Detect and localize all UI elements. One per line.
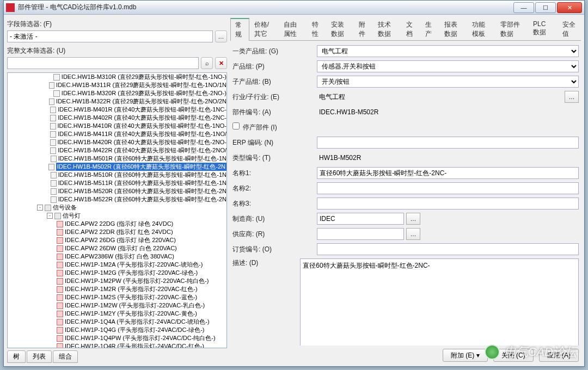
desc-textarea[interactable] (300, 258, 579, 346)
bottom-tab[interactable]: 组合 (53, 350, 78, 363)
fulltext-filter-label: 完整文本筛选器: (U) (7, 46, 227, 55)
detail-tab[interactable]: 自由属性 (279, 18, 307, 40)
tree-node[interactable]: IDEC.APW2 22DR (指示灯 红色 24VDC) (8, 228, 226, 236)
fulltext-filter-input[interactable] (7, 57, 199, 69)
tree-node[interactable]: IDEC.HW1B-M511R (直径60特大蘑菇头形按钮-瞬时型-红色-1N (8, 179, 226, 187)
detail-tab[interactable]: 附件 (354, 18, 373, 40)
minimize-button[interactable]: — (513, 2, 534, 13)
parts-tree[interactable]: IDEC.HW1B-M310R (直径29蘑菇头形按钮-瞬时型-红色-1NO-)… (7, 72, 227, 348)
tree-node[interactable]: IDEC.HW1P-1Q4A (平头形指示灯-24VAC/DC-琥珀色-) (8, 318, 226, 326)
folder-icon (54, 213, 61, 219)
tree-node[interactable]: IDEC.HW1B-M322R (直径29蘑菇头形按钮-瞬时型-红色-2NO/2… (8, 97, 226, 106)
part-icon (50, 115, 56, 121)
tree-node[interactable]: IDEC.HW1P-1M2A (平头形指示灯-220VAC-琥珀色-) (8, 261, 226, 269)
search-button[interactable]: ⌕ (201, 57, 213, 69)
tree-node[interactable]: IDEC.HW1B-M401R (直径40大蘑菇头形按钮-瞬时型-红色-1NC- (8, 106, 226, 114)
lamp-icon (57, 303, 63, 309)
tree-node[interactable]: IDEC.HW1B-M510R (直径60特大蘑菇头形按钮-瞬时型-红色-1N (8, 171, 226, 179)
tree-node[interactable]: IDEC.HW1B-M501R (直径60特大蘑菇头形按钮-瞬时型-红色-1N (8, 155, 226, 163)
detail-tab[interactable]: 安装数据 (326, 18, 354, 40)
detail-tab[interactable]: 特性 (307, 18, 326, 40)
tree-node[interactable]: IDEC.HW1B-M411R (直径40大蘑菇头形按钮-瞬时型-红色-1NO/ (8, 130, 226, 138)
tree-node-label: IDEC.HW1P-1M2G (平头形指示灯-220VAC-绿色-) (65, 269, 198, 277)
tree-node[interactable]: IDEC.HW1P-1M2Y (平头形指示灯-220VAC-黄色-) (8, 310, 226, 318)
right-pane: 常规价格/其它自由属性特性安装数据附件技术数据文档生产报表数据功能模板零部件数据… (230, 18, 581, 363)
name2-input[interactable] (317, 182, 579, 194)
detail-tab[interactable]: PLC 数据 (528, 18, 558, 40)
group3-label: 子产品组: (B) (232, 77, 317, 87)
part-icon (53, 90, 59, 97)
tree-node[interactable]: -信号设备 (8, 203, 226, 212)
detail-tab[interactable]: 生产 (420, 18, 439, 40)
field-filter-select[interactable]: - 未激活 - (7, 30, 213, 42)
tree-node[interactable]: IDEC.HW1B-M422R (直径40大蘑菇头形按钮-瞬时型-红色-2NO/ (8, 146, 226, 155)
maximize-button[interactable]: ☐ (535, 2, 556, 13)
supplier-ellipsis-button[interactable]: … (406, 228, 420, 240)
tree-node[interactable]: -信号灯 (8, 212, 226, 220)
detail-tab[interactable]: 零部件数据 (495, 18, 528, 40)
industry-ellipsis-button[interactable]: … (565, 91, 579, 103)
tree-node[interactable]: IDEC.APW2 26DG (指示灯 绿色 220VAC) (8, 236, 226, 244)
expand-toggle-icon[interactable]: - (37, 205, 43, 211)
type-value: HW1B-M502R (317, 154, 579, 162)
group2-select[interactable]: 传感器,开关和按钮 (317, 60, 579, 72)
window-title: 部件管理 - 电气CAD论坛部件库v1.0.mdb (18, 3, 136, 12)
tree-node[interactable]: IDEC.HW1B-M320R (直径29蘑菇头形按钮-瞬时型-红色-2NO-) (8, 89, 226, 97)
tree-node[interactable]: IDEC.HW1P-1Q4PW (平头形指示灯-24VAC/DC-纯白色-) (8, 334, 226, 342)
tree-node[interactable]: IDEC.HW1B-M310R (直径29蘑菇头形按钮-瞬时型-红色-1NO-) (8, 73, 226, 81)
tree-node[interactable]: IDEC.HW1B-M410R (直径40大蘑菇头形按钮-瞬时型-红色-1NO- (8, 122, 226, 130)
tree-node-label: IDEC.HW1P-1M2PW (平头形指示灯-220VAC-纯白色-) (65, 277, 209, 285)
detail-tab[interactable]: 安全值 (558, 18, 581, 40)
tree-node[interactable]: IDEC.HW1P-1M2G (平头形指示灯-220VAC-绿色-) (8, 269, 226, 277)
part-icon (50, 123, 56, 130)
detail-tab[interactable]: 文档 (401, 18, 420, 40)
tree-node[interactable]: IDEC.HW1P-1Q4R (平头形指示灯-24VAC/DC-红色-) (8, 342, 226, 348)
detail-tab[interactable]: 报表数据 (439, 18, 468, 40)
expand-toggle-icon[interactable]: - (47, 213, 53, 219)
supplier-input[interactable] (317, 228, 404, 240)
order-input[interactable] (317, 243, 579, 255)
close-button[interactable]: ✕ (557, 2, 582, 13)
detail-tab[interactable]: 价格/其它 (249, 18, 279, 40)
clear-filter-button[interactable]: ✕ (215, 57, 227, 69)
detail-tab[interactable]: 功能模板 (467, 18, 495, 40)
lamp-icon (57, 221, 63, 227)
discontinued-checkbox[interactable] (232, 122, 240, 130)
industry-label: 行业/子行业: (E) (232, 92, 317, 102)
tree-node[interactable]: IDEC.HW1B-M311R (直径29蘑菇头形按钮-瞬时型-红色-1NO/1… (8, 81, 226, 89)
tree-node[interactable]: IDEC.HW1B-M402R (直径40大蘑菇头形按钮-瞬时型-红色-2NC- (8, 114, 226, 122)
tree-node[interactable]: IDEC.HW1P-1M2S (平头形指示灯-220VAC-蓝色-) (8, 293, 226, 301)
tree-node[interactable]: IDEC.APW2386W (指示灯 白色 380VAC) (8, 252, 226, 261)
close-icon: ✕ (219, 60, 224, 67)
apply-button[interactable]: 应用 (A) (539, 349, 579, 362)
tree-node[interactable]: IDEC.HW1P-1Q4G (平头形指示灯-24VAC/DC-绿色-) (8, 326, 226, 334)
tree-node[interactable]: IDEC.HW1B-M522R (直径60特大蘑菇头形按钮-瞬时型-红色-2N (8, 195, 226, 203)
group1-select[interactable]: 电气工程 (317, 45, 579, 57)
close-dialog-button[interactable]: 关闭 (C) (493, 349, 534, 362)
mfr-input[interactable] (317, 213, 404, 225)
name1-input[interactable] (317, 167, 579, 179)
bottom-tab[interactable]: 树 (7, 350, 26, 363)
tree-node[interactable]: IDEC.HW1P-1M2PW (平头形指示灯-220VAC-纯白色-) (8, 277, 226, 285)
mfr-ellipsis-button[interactable]: … (406, 213, 420, 225)
tree-node[interactable]: IDEC.HW1B-M502R (直径60特大蘑菇头形按钮-瞬时型-红色-2N (8, 163, 226, 171)
tree-node[interactable]: IDEC.HW1B-M420R (直径40大蘑菇头形按钮-瞬时型-红色-2NO- (8, 138, 226, 146)
lamp-icon (57, 229, 63, 236)
lamp-icon (57, 278, 63, 285)
tree-node[interactable]: IDEC.HW1B-M520R (直径60特大蘑菇头形按钮-瞬时型-红色-2N (8, 187, 226, 195)
tree-node-label: IDEC.HW1P-1M2A (平头形指示灯-220VAC-琥珀色-) (65, 261, 203, 269)
field-filter-ellipsis-button[interactable]: … (215, 30, 227, 42)
detail-tab[interactable]: 常规 (230, 18, 249, 41)
detail-tab[interactable]: 技术数据 (373, 18, 401, 40)
tree-node[interactable]: IDEC.APW2 26DW (指示灯 白色 220VAC) (8, 244, 226, 252)
tree-node[interactable]: IDEC.HW1P-1M2R (平头形指示灯-220VAC-红色-) (8, 285, 226, 293)
group3-select[interactable]: 开关/按钮 (317, 76, 579, 88)
tree-node[interactable]: IDEC.APW2 22DG (指示灯 绿色 24VDC) (8, 220, 226, 228)
bottom-tab[interactable]: 列表 (27, 350, 52, 363)
lamp-icon (57, 335, 63, 342)
erp-input[interactable] (317, 137, 579, 149)
name3-input[interactable] (317, 198, 579, 209)
tree-node-label: IDEC.HW1B-M501R (直径60特大蘑菇头形按钮-瞬时型-红色-1N (58, 155, 226, 163)
extras-button[interactable]: 附加 (E) ▾ (443, 349, 488, 362)
tree-node[interactable]: IDEC.HW1P-1M2W (平头形指示灯-220VAC-乳白色-) (8, 301, 226, 310)
